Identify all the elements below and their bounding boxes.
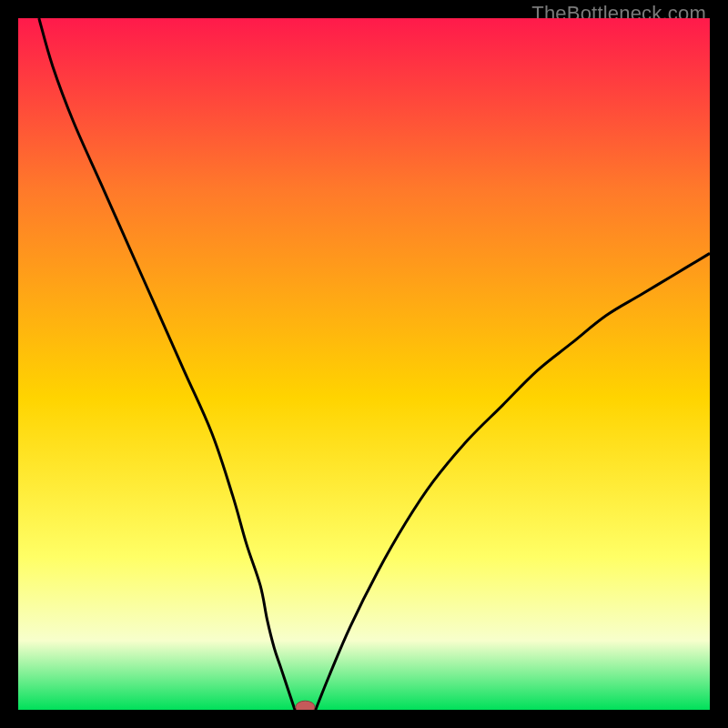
bottleneck-chart: [18, 18, 710, 710]
optimum-marker: [296, 701, 315, 710]
gradient-background: [18, 18, 710, 710]
chart-frame: [18, 18, 710, 710]
